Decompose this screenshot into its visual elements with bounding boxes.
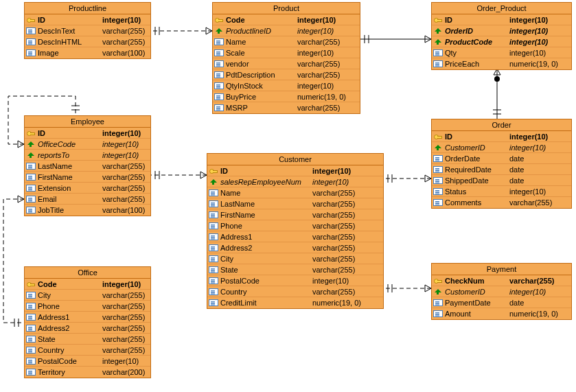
- column-row[interactable]: Cityvarchar(255): [25, 290, 150, 301]
- column-type: varchar(255): [102, 195, 148, 203]
- column-row[interactable]: Address1varchar(255): [25, 312, 150, 323]
- entity-order-product[interactable]: Order_ProductIDinteger(10)OrderIDinteger…: [431, 2, 572, 70]
- column-row[interactable]: Codeinteger(10): [25, 279, 150, 290]
- column-type: integer(10): [509, 132, 551, 141]
- column-row[interactable]: Codeinteger(10): [213, 14, 360, 25]
- column-row[interactable]: Imagevarchar(100): [25, 47, 150, 58]
- entity-employee[interactable]: EmployeeIDinteger(10)OfficeCodeinteger(1…: [24, 115, 151, 216]
- column-row[interactable]: IDinteger(10): [207, 165, 383, 176]
- column-name: OrderDate: [445, 154, 509, 163]
- column-type: varchar(255): [312, 288, 358, 296]
- entity-customer[interactable]: CustomerIDinteger(10)salesRepEmployeeNum…: [207, 153, 384, 309]
- column-name: RequiredDate: [445, 165, 509, 174]
- column-row[interactable]: OrderDatedate: [432, 153, 571, 164]
- column-row[interactable]: PdtDescriptionvarchar(255): [213, 69, 360, 80]
- entity-payment[interactable]: PaymentCheckNumvarchar(255)CustomerIDint…: [431, 263, 572, 320]
- svg-point-9: [494, 76, 500, 82]
- entity-title: Payment: [432, 264, 571, 275]
- column-row[interactable]: PriceEachnumeric(19, 0): [432, 58, 571, 69]
- column-row[interactable]: RequiredDatedate: [432, 164, 571, 175]
- column-row[interactable]: PostalCodeinteger(10): [207, 275, 383, 286]
- entity-office[interactable]: OfficeCodeinteger(10)Cityvarchar(255)Pho…: [24, 266, 151, 378]
- column-name: reportsTo: [38, 151, 102, 159]
- column-row[interactable]: MSRPvarchar(255): [213, 102, 360, 113]
- column-type: integer(10): [102, 140, 141, 148]
- entity-product[interactable]: ProductCodeinteger(10)ProductlineIDinteg…: [212, 2, 360, 114]
- primary-key-icon: [433, 132, 443, 141]
- column-icon: [26, 369, 36, 376]
- foreign-key-icon: [433, 38, 443, 46]
- column-row[interactable]: JobTitlevarchar(100): [25, 205, 150, 216]
- column-row[interactable]: ProductCodeinteger(10): [432, 36, 571, 47]
- column-name: Phone: [220, 222, 312, 230]
- column-row[interactable]: LastNamevarchar(255): [207, 198, 383, 209]
- column-name: CustomerID: [445, 143, 509, 152]
- column-name: Email: [38, 195, 102, 203]
- column-row[interactable]: Address2varchar(255): [207, 242, 383, 253]
- column-row[interactable]: Countryvarchar(255): [25, 345, 150, 356]
- column-row[interactable]: Address2varchar(255): [25, 323, 150, 334]
- column-row[interactable]: Amountnumeric(19, 0): [432, 308, 571, 319]
- column-name: BuyPrice: [226, 93, 297, 101]
- column-row[interactable]: Countryvarchar(255): [207, 286, 383, 297]
- column-row[interactable]: LastNamevarchar(255): [25, 161, 150, 172]
- column-row[interactable]: reportsTointeger(10): [25, 150, 150, 161]
- column-row[interactable]: IDinteger(10): [432, 14, 571, 25]
- column-row[interactable]: Cityvarchar(255): [207, 253, 383, 264]
- column-name: PostalCode: [220, 277, 312, 285]
- column-row[interactable]: Extensionvarchar(255): [25, 183, 150, 194]
- column-row[interactable]: IDinteger(10): [25, 128, 150, 139]
- column-row[interactable]: Statevarchar(255): [25, 334, 150, 345]
- column-row[interactable]: OfficeCodeinteger(10): [25, 139, 150, 150]
- column-row[interactable]: FirstNamevarchar(255): [25, 172, 150, 183]
- column-row[interactable]: Address1varchar(255): [207, 231, 383, 242]
- column-row[interactable]: DescInHTMLvarchar(255): [25, 36, 150, 47]
- column-row[interactable]: IDinteger(10): [25, 14, 150, 25]
- column-row[interactable]: Territoryvarchar(200): [25, 367, 150, 378]
- column-type: varchar(100): [102, 206, 148, 214]
- column-row[interactable]: Namevarchar(255): [213, 36, 360, 47]
- column-name: Name: [220, 189, 312, 197]
- column-row[interactable]: CustomerIDinteger(10): [432, 142, 571, 153]
- column-row[interactable]: Namevarchar(255): [207, 187, 383, 198]
- column-row[interactable]: CustomerIDinteger(10): [432, 286, 571, 297]
- column-row[interactable]: QtyInStockinteger(10): [213, 80, 360, 91]
- column-row[interactable]: PaymentDatedate: [432, 297, 571, 308]
- column-name: salesRepEmployeeNum: [220, 178, 312, 186]
- column-row[interactable]: PostalCodeinteger(10): [25, 356, 150, 367]
- column-name: Phone: [38, 302, 102, 310]
- primary-key-icon: [26, 280, 36, 288]
- column-name: Image: [38, 49, 102, 57]
- column-row[interactable]: CheckNumvarchar(255): [432, 275, 571, 286]
- entity-order[interactable]: OrderIDinteger(10)CustomerIDinteger(10)O…: [431, 119, 572, 209]
- column-row[interactable]: Phonevarchar(255): [25, 301, 150, 312]
- column-icon: [209, 255, 218, 262]
- column-row[interactable]: OrderIDinteger(10): [432, 25, 571, 36]
- column-row[interactable]: Emailvarchar(255): [25, 194, 150, 205]
- column-row[interactable]: vendorvarchar(255): [213, 58, 360, 69]
- column-icon: [26, 303, 36, 310]
- column-row[interactable]: IDinteger(10): [432, 131, 571, 142]
- column-row[interactable]: DescInTextvarchar(255): [25, 25, 150, 36]
- primary-key-icon: [26, 129, 36, 137]
- column-icon: [433, 166, 443, 173]
- column-row[interactable]: Statusinteger(10): [432, 186, 571, 197]
- column-row[interactable]: BuyPricenumeric(19, 0): [213, 91, 360, 102]
- column-row[interactable]: Phonevarchar(255): [207, 220, 383, 231]
- column-type: varchar(255): [312, 255, 358, 263]
- column-row[interactable]: CreditLimitnumeric(19, 0): [207, 297, 383, 308]
- column-type: varchar(255): [312, 266, 358, 274]
- entity-productline[interactable]: ProductlineIDinteger(10)DescInTextvarcha…: [24, 2, 151, 59]
- column-row[interactable]: ProductlineIDinteger(10): [213, 25, 360, 36]
- column-icon: [433, 299, 443, 306]
- column-row[interactable]: Statevarchar(255): [207, 264, 383, 275]
- column-row[interactable]: ShippedDatedate: [432, 175, 571, 186]
- column-row[interactable]: FirstNamevarchar(255): [207, 209, 383, 220]
- foreign-key-icon: [26, 151, 36, 159]
- column-icon: [433, 310, 443, 317]
- column-row[interactable]: Qtyinteger(10): [432, 47, 571, 58]
- column-row[interactable]: salesRepEmployeeNuminteger(10): [207, 176, 383, 187]
- column-row[interactable]: Scaleinteger(10): [213, 47, 360, 58]
- column-row[interactable]: Commentsvarchar(255): [432, 197, 571, 208]
- column-icon: [433, 188, 443, 195]
